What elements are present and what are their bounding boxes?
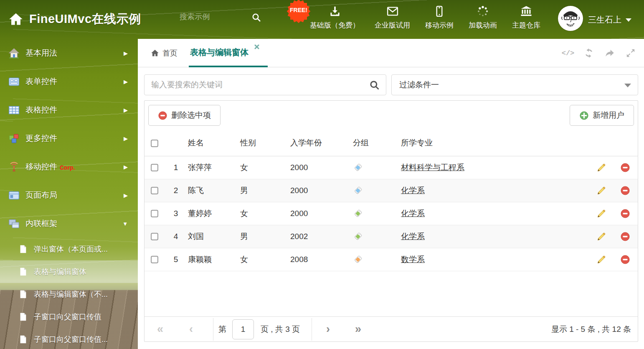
subitem-grid-edit-window-2[interactable]: 表格与编辑窗体（不...: [0, 283, 138, 306]
sidebar-submenu: 弹出窗体（本页面或... 表格与编辑窗体 表格与编辑窗体（不... 子窗口向父窗…: [0, 238, 138, 349]
grid-toolbar: 删除选中项 新增用户: [145, 101, 638, 130]
add-user-button[interactable]: 新增用户: [570, 105, 634, 126]
delete-selected-button[interactable]: 删除选中项: [148, 105, 221, 126]
row-checkbox[interactable]: [151, 187, 158, 194]
sidebar-item-more[interactable]: 更多控件 ▶: [0, 124, 138, 153]
major-link[interactable]: 化学系: [401, 209, 425, 218]
cell-year: 2000: [289, 156, 351, 179]
main-content: 首页 表格与编辑窗体 </>: [138, 39, 644, 349]
home-logo-icon[interactable]: [8, 12, 23, 27]
page-number-input[interactable]: [232, 319, 254, 339]
subitem-child-to-parent[interactable]: 子窗口向父窗口传值: [0, 306, 138, 328]
row-number: 2: [165, 179, 186, 202]
house-icon: [8, 48, 20, 59]
col-year: 入学年份: [289, 130, 351, 156]
corp-badge: Corp.: [60, 164, 75, 171]
app-title: FineUIMvc在线示例: [29, 11, 141, 28]
user-avatar[interactable]: [558, 6, 583, 31]
delete-icon[interactable]: [620, 209, 630, 219]
row-checkbox[interactable]: [151, 233, 158, 240]
nav-item-themes[interactable]: 主题仓库: [512, 5, 540, 30]
table-row[interactable]: 1 张萍萍 女 2000 材料科学与工程系: [145, 156, 638, 179]
keyword-search-input[interactable]: [145, 75, 386, 95]
sidebar-item-form[interactable]: 表单控件 ▶: [0, 67, 138, 96]
form-icon: [8, 76, 20, 87]
cell-name: 刘国: [186, 225, 238, 248]
refresh-icon[interactable]: [583, 47, 595, 59]
last-page-icon[interactable]: »: [355, 324, 361, 335]
share-icon[interactable]: [604, 47, 616, 59]
app-header: FineUIMvc在线示例 FREE! 基础版（免费） 企业版试用 移: [0, 0, 644, 39]
sidebar-item-grid[interactable]: 表格控件 ▶: [0, 96, 138, 124]
row-checkbox[interactable]: [151, 164, 158, 171]
home-icon: [151, 49, 159, 57]
nav-item-loading[interactable]: 加载动画: [469, 5, 497, 30]
chevron-down-icon: [624, 84, 631, 87]
nav-item-download[interactable]: 基础版（免费）: [310, 5, 360, 30]
filter-row: 过滤条件一: [144, 74, 638, 95]
mail-icon: [386, 5, 399, 18]
table-row[interactable]: 4 刘国 男 2002 化学系: [145, 225, 638, 248]
edit-icon[interactable]: [596, 186, 606, 196]
first-page-icon[interactable]: «: [157, 324, 163, 335]
tag-icon: [353, 209, 363, 219]
nav-item-enterprise[interactable]: 企业版试用: [375, 5, 410, 30]
phone-icon: [433, 5, 446, 18]
delete-icon[interactable]: [620, 255, 630, 265]
sidebar-item-mobile[interactable]: 移动控件 Corp. ▶: [0, 153, 138, 181]
subitem-grid-edit-window[interactable]: 表格与编辑窗体: [0, 260, 138, 283]
sidebar-item-basic[interactable]: 基本用法 ▶: [0, 39, 138, 67]
delete-icon[interactable]: [620, 163, 630, 173]
chevron-right-icon: ▶: [124, 135, 128, 142]
layout-icon: [8, 190, 20, 201]
tab-grid-edit-window[interactable]: 表格与编辑窗体: [189, 39, 268, 67]
record-summary: 显示 1 - 5 条 , 共 12 条: [551, 324, 631, 335]
chevron-right-icon: ▶: [124, 107, 128, 113]
delete-icon[interactable]: [620, 186, 630, 196]
chevron-right-icon: ▶: [124, 79, 128, 85]
file-icon: [18, 335, 28, 344]
major-link[interactable]: 化学系: [401, 186, 425, 195]
user-menu[interactable]: 三生石上: [588, 14, 631, 25]
edit-icon[interactable]: [596, 232, 606, 242]
next-page-icon[interactable]: ›: [326, 324, 330, 335]
prev-page-icon[interactable]: ‹: [189, 324, 193, 335]
major-link[interactable]: 材料科学与工程系: [401, 163, 464, 172]
edit-icon[interactable]: [596, 209, 606, 219]
table-row[interactable]: 3 董婷婷 女 2000 化学系: [145, 202, 638, 225]
col-name: 姓名: [186, 130, 238, 156]
tab-toolbar: </>: [562, 39, 636, 67]
sidebar-item-iframe[interactable]: 内联框架 ▼: [0, 209, 138, 238]
header-search-icon[interactable]: [251, 13, 261, 23]
major-link[interactable]: 数学系: [401, 255, 425, 264]
chevron-right-icon: ▶: [124, 164, 128, 170]
cell-gender: 女: [238, 156, 289, 179]
table-row[interactable]: 2 陈飞 男 2000 化学系: [145, 179, 638, 202]
subitem-popup-window[interactable]: 弹出窗体（本页面或...: [0, 238, 138, 260]
sidebar-item-layout[interactable]: 页面布局 ▶: [0, 181, 138, 209]
select-all-checkbox[interactable]: [151, 140, 158, 147]
row-number: 3: [165, 202, 186, 225]
chevron-down-icon: [626, 18, 631, 22]
search-icon[interactable]: [369, 80, 380, 91]
row-checkbox[interactable]: [151, 256, 158, 263]
major-link[interactable]: 化学系: [401, 232, 425, 241]
cell-name: 董婷婷: [186, 202, 238, 225]
close-icon[interactable]: [254, 44, 259, 49]
delete-icon[interactable]: [620, 232, 630, 242]
cell-gender: 男: [238, 179, 289, 202]
edit-icon[interactable]: [596, 163, 606, 173]
cell-year: 2008: [289, 248, 351, 271]
col-gender: 性别: [238, 130, 289, 156]
expand-icon[interactable]: [625, 47, 636, 59]
grid-panel: 删除选中项 新增用户 姓名 性别 入学年: [144, 100, 638, 342]
row-checkbox[interactable]: [151, 210, 158, 217]
table-row[interactable]: 5 康颖颖 女 2008 数学系: [145, 248, 638, 271]
nav-item-mobile[interactable]: 移动示例: [425, 5, 454, 30]
header-search-input[interactable]: [180, 13, 246, 21]
filter-dropdown[interactable]: 过滤条件一: [391, 74, 638, 95]
source-code-icon[interactable]: </>: [562, 47, 574, 59]
subitem-child-to-parent-2[interactable]: 子窗口向父窗口传值...: [0, 328, 138, 349]
edit-icon[interactable]: [596, 255, 606, 265]
tab-home[interactable]: 首页: [151, 39, 177, 67]
